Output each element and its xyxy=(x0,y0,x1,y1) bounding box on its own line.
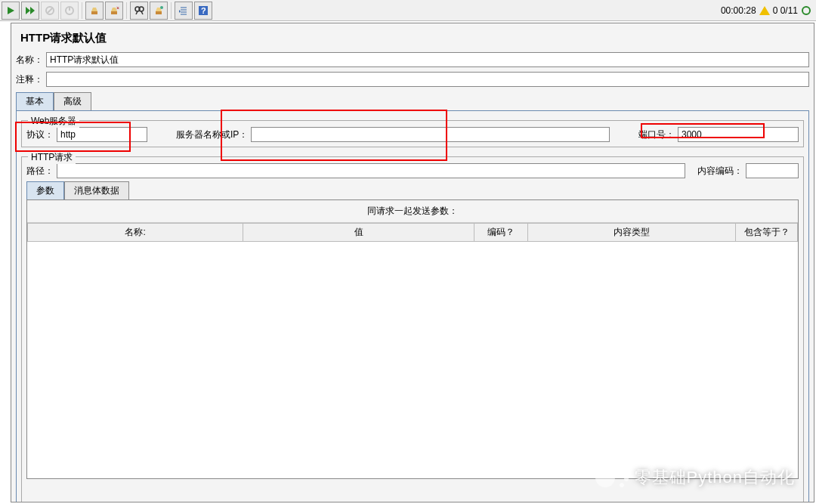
watermark-text: 零基础Python自动化 xyxy=(635,466,796,489)
comment-label: 注释： xyxy=(16,73,43,86)
collapse-button[interactable] xyxy=(175,2,193,20)
svg-marker-1 xyxy=(26,7,30,14)
path-input[interactable] xyxy=(57,163,685,178)
encoding-label: 内容编码： xyxy=(697,165,743,178)
svg-line-4 xyxy=(48,8,52,13)
server-input[interactable] xyxy=(251,127,610,142)
function-button[interactable] xyxy=(150,2,168,20)
name-label: 名称： xyxy=(16,54,43,66)
toolbar-status: 00:00:28 0 0/11 xyxy=(721,5,814,16)
run-button[interactable] xyxy=(2,2,20,20)
svg-marker-23 xyxy=(179,10,181,13)
table-header-row: 名称: 值 编码？ 内容类型 包含等于？ xyxy=(28,224,798,242)
svg-marker-0 xyxy=(8,7,14,14)
port-input[interactable] xyxy=(678,127,799,142)
web-server-group: Web服务器 协议： 服务器名称或IP： 端口号： xyxy=(21,120,804,147)
encoding-input[interactable] xyxy=(746,163,799,178)
web-server-legend: Web服务器 xyxy=(28,115,79,128)
toolbar-separator xyxy=(126,2,127,19)
clear-button[interactable] xyxy=(85,2,104,20)
tab-body: Web服务器 协议： 服务器名称或IP： 端口号： HTTP请求 路径： 内容编… xyxy=(16,110,809,502)
gauge-icon xyxy=(801,5,811,16)
col-include-equals[interactable]: 包含等于？ xyxy=(736,224,798,242)
stop-button[interactable] xyxy=(41,2,59,20)
comment-input[interactable] xyxy=(46,72,809,87)
toolbar: × ? 00:00:28 0 0/11 xyxy=(0,0,816,21)
col-value[interactable]: 值 xyxy=(243,224,474,242)
svg-marker-2 xyxy=(30,7,35,14)
tab-advanced[interactable]: 高级 xyxy=(54,92,91,110)
run-loop-button[interactable] xyxy=(21,2,39,20)
protocol-label: 协议： xyxy=(26,128,54,141)
params-caption: 同请求一起发送参数： xyxy=(27,200,798,223)
elapsed-time: 00:00:28 xyxy=(721,5,756,16)
svg-marker-8 xyxy=(91,8,97,11)
col-name[interactable]: 名称: xyxy=(28,224,243,242)
wechat-icon xyxy=(595,462,627,493)
page-title: HTTP请求默认值 xyxy=(11,23,814,50)
shutdown-button[interactable] xyxy=(60,2,79,20)
http-request-legend: HTTP请求 xyxy=(28,151,76,164)
name-input[interactable] xyxy=(46,52,809,67)
search-button[interactable] xyxy=(130,2,148,20)
svg-line-14 xyxy=(136,11,138,14)
svg-rect-9 xyxy=(111,11,117,14)
main-panel: HTTP请求默认值 名称： 注释： 基本 高级 Web服务器 协议： 服务器名称… xyxy=(11,23,814,502)
http-request-group: HTTP请求 路径： 内容编码： 参数 消息体数据 同请求一起发送参数： xyxy=(21,156,804,502)
svg-text:×: × xyxy=(116,5,119,11)
col-encode[interactable]: 编码？ xyxy=(474,224,528,242)
port-label: 端口号： xyxy=(638,128,675,141)
params-table: 名称: 值 编码？ 内容类型 包含等于？ xyxy=(27,223,798,242)
svg-text:?: ? xyxy=(201,6,206,15)
server-label: 服务器名称或IP： xyxy=(176,128,248,141)
sub-tab-body[interactable]: 消息体数据 xyxy=(64,181,129,199)
toolbar-separator xyxy=(171,2,172,19)
tab-basic[interactable]: 基本 xyxy=(16,92,54,110)
help-button[interactable]: ? xyxy=(194,2,212,20)
svg-rect-16 xyxy=(156,11,162,14)
svg-point-26 xyxy=(802,7,810,14)
params-panel: 同请求一起发送参数： 名称: 值 编码？ 内容类型 包含等于？ xyxy=(26,199,799,479)
svg-rect-7 xyxy=(91,11,97,14)
thread-count: 0 0/11 xyxy=(773,5,798,16)
clear-all-button[interactable]: × xyxy=(105,2,123,20)
svg-line-15 xyxy=(141,11,143,14)
svg-point-18 xyxy=(160,6,163,9)
protocol-input[interactable] xyxy=(57,127,147,142)
toolbar-separator xyxy=(82,2,82,19)
col-content-type[interactable]: 内容类型 xyxy=(528,224,736,242)
watermark: 零基础Python自动化 xyxy=(595,462,796,493)
sub-tab-params[interactable]: 参数 xyxy=(26,181,64,199)
warning-icon[interactable] xyxy=(759,6,770,15)
path-label: 路径： xyxy=(26,165,54,178)
